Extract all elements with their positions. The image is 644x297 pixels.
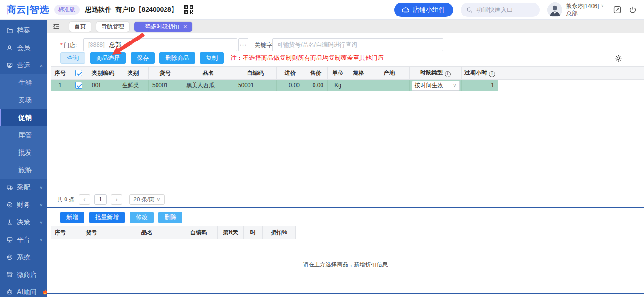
add-button[interactable]: 新增: [60, 212, 84, 223]
cell-item-no: 50001: [149, 80, 182, 91]
sidebar: 档案 会员 营运 ∧ 生鲜 卖场 促销 库管 批发 旅游 采配 ∨ 财务 ∨ 决…: [0, 20, 47, 297]
close-icon[interactable]: ×: [183, 24, 187, 30]
cell-origin: [369, 80, 410, 91]
collapse-menu-icon[interactable]: [52, 23, 60, 30]
sidebar-item-wholesale[interactable]: 批发: [0, 144, 47, 161]
product-row[interactable]: 1 001 生鲜类 50001 黑美人西瓜 50001 0.00 0.00 Kg…: [51, 80, 644, 91]
chevron-down-icon: ∨: [39, 220, 43, 225]
tab-home[interactable]: 首页: [69, 22, 91, 32]
delete-product-button[interactable]: 删除商品: [159, 52, 195, 64]
col-header-custom-code: 自编码: [234, 67, 277, 80]
section-splitter[interactable]: [47, 207, 644, 208]
store-code: [8888]: [88, 41, 105, 48]
modify-button[interactable]: 修改: [130, 212, 154, 223]
power-icon[interactable]: [629, 6, 636, 14]
col-header-seq: 序号: [51, 67, 69, 80]
row-checkbox[interactable]: [75, 82, 82, 89]
sidebar-item-micro-shop[interactable]: 微商店: [0, 266, 47, 283]
sidebar-item-promotion[interactable]: 促销: [0, 109, 47, 126]
col-header-unit: 单位: [328, 67, 348, 80]
gear-icon[interactable]: [614, 54, 622, 62]
decision-icon: [6, 219, 13, 226]
page-size-select[interactable]: 20 条/页 ∨: [129, 194, 165, 205]
sidebar-item-archive[interactable]: 档案: [0, 22, 47, 39]
col-header-name: 品名: [114, 226, 180, 239]
shop-widget-button[interactable]: 店铺小组件: [394, 3, 453, 17]
sidebar-item-platform[interactable]: 平台 ∨: [0, 231, 47, 248]
store-name: 总部: [109, 41, 121, 49]
cell-seq: 1: [51, 80, 69, 91]
tab-nav-management[interactable]: 导航管理: [96, 22, 129, 32]
edition-badge: 标准版: [54, 5, 80, 15]
sidebar-item-system[interactable]: 系统: [0, 248, 47, 266]
cell-category: 生鲜类: [118, 80, 149, 91]
col-header-select-all: [69, 67, 88, 80]
tab-multi-period-discount[interactable]: 一码多时段折扣 ×: [134, 22, 192, 32]
quick-search-box[interactable]: [461, 3, 540, 17]
col-header-hour: 时: [244, 226, 263, 239]
discounts-header-row: 序号 货号 品名 自编码 第N天 时 折扣%: [51, 226, 644, 239]
total-count: 共 0 条: [57, 196, 74, 204]
toolbar-discount: 新增 批量新增 修改 删除: [60, 212, 182, 223]
col-header-name: 品名: [182, 67, 234, 80]
keyword-label: 关键字:: [255, 41, 274, 50]
ai-advisor-icon: [6, 289, 13, 296]
select-all-checkbox[interactable]: [75, 70, 82, 76]
chevron-up-icon: ∧: [39, 63, 43, 68]
shop-icon: [6, 271, 13, 278]
chevron-down-icon: ∨: [157, 197, 161, 202]
store-input[interactable]: [8888] 总部: [83, 38, 237, 51]
sidebar-item-member[interactable]: 会员: [0, 39, 47, 57]
cell-unit: Kg: [328, 80, 348, 91]
sidebar-item-ai-advisor[interactable]: AI顾问: [0, 283, 47, 297]
search-icon: [466, 7, 473, 13]
sidebar-item-finance[interactable]: 财务 ∨: [0, 196, 47, 214]
cell-custom-code: 50001: [234, 80, 277, 91]
tab-bar: 首页 导航管理 一码多时段折扣 ×: [47, 20, 644, 33]
col-header-filler: [296, 226, 644, 239]
col-header-spec: 规格: [348, 67, 369, 80]
delete-button[interactable]: 删除: [158, 212, 182, 223]
keyword-input[interactable]: [272, 38, 443, 51]
chevron-down-icon: ∨: [39, 238, 43, 242]
col-header-filler: [498, 67, 644, 80]
period-type-select[interactable]: 按时间生效 ∨: [412, 81, 460, 91]
cell-category-code: 001: [88, 80, 118, 91]
archive-icon: [6, 27, 13, 34]
procurement-icon: [6, 184, 13, 191]
copy-button[interactable]: 复制: [200, 52, 224, 64]
chevron-down-icon: ∨: [453, 83, 457, 88]
select-product-button[interactable]: 商品选择: [90, 52, 126, 64]
operations-submenu: 生鲜 卖场 促销 库管 批发 旅游: [0, 74, 47, 179]
sidebar-item-store-floor[interactable]: 卖场: [0, 91, 47, 109]
prev-page-button[interactable]: ‹: [79, 194, 90, 205]
sidebar-item-operations[interactable]: 营运 ∧: [0, 57, 47, 74]
chevron-down-icon: ∨: [39, 203, 43, 207]
sidebar-item-warehouse[interactable]: 库管: [0, 126, 47, 144]
qr-code-icon[interactable]: [184, 5, 193, 14]
batch-add-button[interactable]: 批量新增: [89, 212, 125, 223]
current-page[interactable]: 1: [94, 194, 107, 205]
sidebar-item-decision[interactable]: 决策 ∨: [0, 214, 47, 231]
col-header-period-type: 时段类型i: [410, 67, 462, 80]
cell-expire-hours: 1: [462, 80, 498, 91]
sidebar-item-travel[interactable]: 旅游: [0, 161, 47, 179]
sidebar-item-fresh[interactable]: 生鲜: [0, 74, 47, 91]
cell-spec: [348, 80, 369, 91]
top-header: 商云|智选 标准版 思迅软件 商户ID【82400028】 店铺小组件 熊永婷[…: [0, 0, 644, 20]
cloud-icon: [402, 7, 409, 13]
next-page-button[interactable]: ›: [111, 194, 122, 205]
finance-icon: [6, 201, 13, 208]
fullscreen-icon[interactable]: [613, 6, 621, 14]
user-org: 总部: [566, 10, 604, 17]
user-block[interactable]: 熊永婷[1406] ∨ 总部: [547, 2, 604, 17]
info-icon[interactable]: i: [489, 71, 495, 77]
info-icon[interactable]: i: [445, 71, 451, 77]
store-picker-ellipsis-button[interactable]: ···: [238, 38, 248, 51]
main-area: 首页 导航管理 一码多时段折扣 × *门店: [8888] 总部 ··· 关键字…: [47, 20, 644, 297]
query-button[interactable]: 查询: [60, 52, 85, 64]
save-button[interactable]: 保存: [131, 52, 155, 64]
quick-search-input[interactable]: [476, 6, 528, 13]
col-header-discount: 折扣%: [263, 226, 296, 239]
sidebar-item-procurement[interactable]: 采配 ∨: [0, 179, 47, 196]
